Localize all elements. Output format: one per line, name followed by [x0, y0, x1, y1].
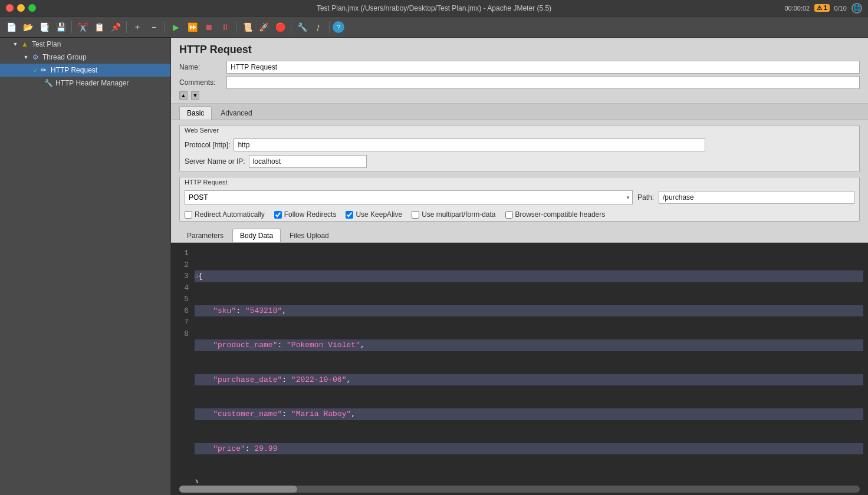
server-input[interactable]	[249, 155, 367, 168]
tab-advanced[interactable]: Advanced	[213, 106, 259, 120]
warning-badge: ⚠ 1	[814, 4, 829, 12]
remove-button[interactable]: −	[146, 19, 162, 35]
start-button[interactable]: ▶	[168, 19, 183, 35]
function-helper-button[interactable]: ƒ	[311, 19, 326, 35]
thread-group-icon: ⚙	[31, 52, 40, 62]
save-button[interactable]: 💾	[53, 19, 68, 35]
redirect-checkbox[interactable]	[185, 211, 192, 219]
method-select[interactable]: POST GET PUT DELETE	[185, 190, 633, 204]
sep4	[236, 21, 236, 33]
close-button[interactable]	[6, 4, 14, 12]
protocol-input[interactable]	[234, 138, 705, 151]
new-button[interactable]: 📄	[4, 19, 19, 35]
titlebar-right: 00:00:02 ⚠ 1 0/10 🌐	[784, 3, 862, 14]
remote-start-all-button[interactable]: 🚀	[256, 19, 271, 35]
paste-button[interactable]: 📌	[108, 19, 123, 35]
code-content[interactable]: ⊟{ "sku": "543210", "product_name": "Pok…	[192, 243, 868, 483]
scrollbar-thumb[interactable]	[179, 486, 297, 493]
sidebar-item-thread-group[interactable]: ▼ ⚙ Thread Group	[0, 51, 170, 64]
sep5	[291, 21, 291, 33]
stop-button[interactable]: ⏹	[201, 19, 216, 35]
save-templates-button[interactable]: 📑	[37, 19, 52, 35]
browser-headers-label: Browser-compatible headers	[515, 210, 606, 219]
copy-button[interactable]: 📋	[91, 19, 107, 35]
start-no-pause-button[interactable]: ⏩	[185, 19, 200, 35]
line-numbers: 1 2 3 4 5 6 7 8	[171, 243, 192, 483]
http-request-section: HTTP Request POST GET PUT DELETE Path: R…	[179, 177, 860, 222]
redirect-checkbox-label[interactable]: Redirect Automatically	[185, 210, 265, 219]
name-row: Name:	[179, 61, 860, 74]
main-layout: ▼ ▲ Test Plan ▼ ⚙ Thread Group ✓ ✏ HTTP …	[0, 38, 868, 495]
open-templates-button[interactable]: 📂	[20, 19, 35, 35]
toolbar: 📄 📂 📑 💾 ✂️ 📋 📌 ＋ − ▶ ⏩ ⏹ ⏸ 📜 🚀 🛑 🔧 ƒ ?	[0, 16, 868, 38]
counter: 0/10	[834, 5, 847, 12]
name-input[interactable]	[226, 61, 860, 74]
toggle-test-plan[interactable]: ▼	[12, 41, 19, 48]
follow-redirect-label: Follow Redirects	[284, 210, 337, 219]
follow-redirect-checkbox-label[interactable]: Follow Redirects	[274, 210, 337, 219]
follow-redirect-checkbox[interactable]	[274, 211, 282, 219]
comments-label: Comments:	[179, 78, 226, 87]
cut-button[interactable]: ✂️	[75, 19, 90, 35]
path-input[interactable]	[659, 191, 854, 204]
multipart-checkbox[interactable]	[412, 211, 419, 219]
name-label: Name:	[179, 63, 226, 71]
keep-alive-checkbox[interactable]	[346, 211, 353, 219]
toggle-thread-group[interactable]: ▼	[22, 54, 29, 61]
sidebar-item-http-request[interactable]: ✓ ✏ HTTP Request	[0, 64, 170, 77]
expand-collapse-row: ▲ ▼	[179, 91, 860, 100]
shutdown-button[interactable]: ⏸	[218, 19, 233, 35]
timer: 00:00:02	[784, 5, 810, 12]
code-line-6: "price": 29.99	[195, 443, 863, 455]
sub-tab-parameters[interactable]: Parameters	[179, 229, 231, 242]
multipart-label: Use multipart/form-data	[422, 210, 495, 219]
test-plan-label: Test Plan	[32, 40, 61, 48]
maximize-button[interactable]	[28, 4, 36, 12]
web-server-section: Web Server Protocol [http]: Server Name …	[179, 125, 860, 172]
browser-headers-checkbox-label[interactable]: Browser-compatible headers	[505, 210, 606, 219]
comments-row: Comments:	[179, 76, 860, 89]
help-button[interactable]: ?	[333, 21, 344, 33]
http-request-icon: ✏	[39, 65, 48, 75]
code-line-5: "customer_name": "Maria Raboy",	[195, 408, 863, 420]
header-manager-icon: 🔧	[44, 78, 53, 88]
browser-headers-checkbox[interactable]	[505, 211, 513, 219]
thread-group-label: Thread Group	[42, 53, 87, 61]
expand-button[interactable]: ▼	[191, 91, 199, 100]
content-header: HTTP Request Name: Comments: ▲ ▼	[171, 38, 868, 104]
tab-basic[interactable]: Basic	[179, 106, 212, 120]
protocol-label: Protocol [http]:	[185, 141, 230, 149]
editor-bottom	[171, 483, 868, 495]
code-line-4: "purchase_date": "2022-10-06",	[195, 374, 863, 386]
templates-button[interactable]: 🔧	[294, 19, 310, 35]
checkmark-icon: ✓	[33, 67, 38, 74]
redirect-label: Redirect Automatically	[195, 210, 265, 219]
keep-alive-checkbox-label[interactable]: Use KeepAlive	[346, 210, 402, 219]
server-label: Server Name or IP:	[185, 157, 245, 166]
sub-tab-body-data[interactable]: Body Data	[232, 229, 281, 242]
bottom-scrollbar[interactable]	[179, 486, 860, 493]
titlebar: Test Plan.jmx (/Users/nraboy/Desktop/Tes…	[0, 0, 868, 16]
minimize-button[interactable]	[17, 4, 25, 12]
script-button[interactable]: 📜	[239, 19, 255, 35]
sep1	[71, 21, 72, 33]
code-line-1: ⊟{	[195, 270, 863, 282]
add-button[interactable]: ＋	[130, 19, 145, 35]
content-title: HTTP Request	[179, 44, 860, 56]
keep-alive-label: Use KeepAlive	[356, 210, 402, 219]
server-row: Server Name or IP:	[185, 155, 367, 168]
path-label: Path:	[637, 193, 654, 202]
content-panel: HTTP Request Name: Comments: ▲ ▼ Basic A…	[171, 38, 868, 495]
collapse-button[interactable]: ▲	[179, 91, 188, 100]
sub-tab-files-upload[interactable]: Files Upload	[282, 229, 337, 242]
comments-input[interactable]	[226, 76, 860, 89]
multipart-checkbox-label[interactable]: Use multipart/form-data	[412, 210, 495, 219]
sidebar-item-test-plan[interactable]: ▼ ▲ Test Plan	[0, 38, 170, 51]
window-title: Test Plan.jmx (/Users/nraboy/Desktop/Tes…	[317, 4, 551, 12]
code-line-7: }	[195, 477, 863, 483]
sep6	[329, 21, 330, 33]
method-wrapper[interactable]: POST GET PUT DELETE	[185, 190, 633, 204]
sidebar-item-http-header-manager[interactable]: 🔧 HTTP Header Manager	[0, 77, 170, 90]
remote-stop-all-button[interactable]: 🛑	[272, 19, 288, 35]
code-line-2: "sku": "543210",	[195, 305, 863, 317]
